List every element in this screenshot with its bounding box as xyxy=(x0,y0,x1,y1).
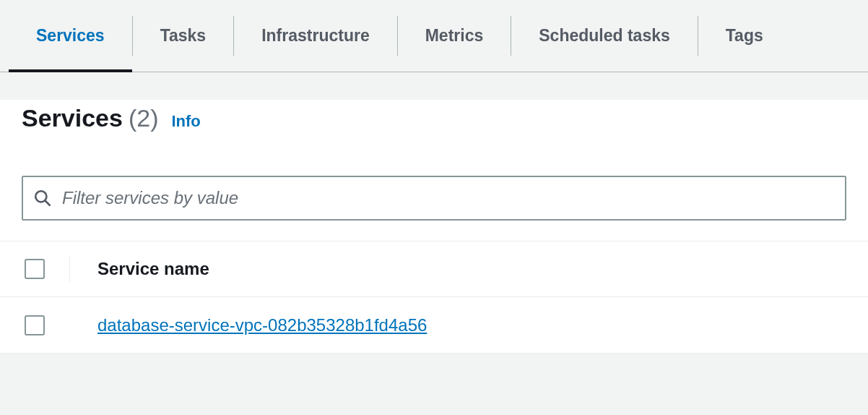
row-checkbox[interactable] xyxy=(25,315,45,335)
tab-tasks[interactable]: Tasks xyxy=(133,0,234,72)
tab-scheduled-tasks[interactable]: Scheduled tasks xyxy=(511,0,698,72)
tab-metrics[interactable]: Metrics xyxy=(398,0,511,72)
filter-input[interactable] xyxy=(62,188,835,208)
search-icon xyxy=(33,189,52,208)
section-title: Services xyxy=(22,104,123,132)
tabs-bar: Services Tasks Infrastructure Metrics Sc… xyxy=(0,0,868,72)
info-link[interactable]: Info xyxy=(171,112,200,131)
table-header-row: Service name xyxy=(0,241,868,297)
svg-line-1 xyxy=(45,200,50,205)
tab-tags[interactable]: Tags xyxy=(698,0,791,72)
section-header: Services (2) Info xyxy=(0,104,868,132)
select-all-checkbox[interactable] xyxy=(25,259,45,279)
filter-box[interactable] xyxy=(22,176,846,221)
column-separator xyxy=(69,312,70,338)
content-panel: Services (2) Info Service name xyxy=(0,100,868,354)
tab-services[interactable]: Services xyxy=(9,0,132,72)
table-row: database-service-vpc-082b35328b1fd4a56 xyxy=(0,297,868,354)
column-separator xyxy=(69,256,70,282)
service-name-link[interactable]: database-service-vpc-082b35328b1fd4a56 xyxy=(97,315,427,335)
column-header-service-name[interactable]: Service name xyxy=(97,259,209,279)
section-count: (2) xyxy=(129,104,159,132)
tab-infrastructure[interactable]: Infrastructure xyxy=(234,0,397,72)
